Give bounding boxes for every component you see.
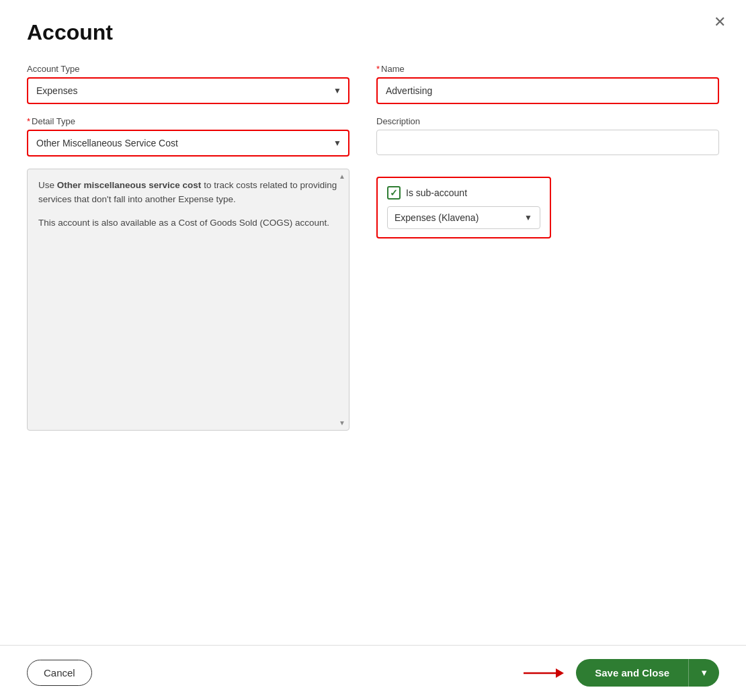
name-label: *Name bbox=[376, 64, 719, 74]
name-field-group: *Name bbox=[376, 64, 719, 104]
save-arrow-icon bbox=[524, 665, 564, 681]
detail-type-label: *Detail Type bbox=[27, 116, 349, 126]
form-layout: Account Type Expenses ▼ *Detail Type Oth… bbox=[27, 64, 719, 431]
detail-type-select-wrapper: Other Miscellaneous Service Cost ▼ bbox=[27, 130, 349, 157]
sub-account-checkbox[interactable]: ✓ bbox=[387, 186, 401, 200]
account-type-field-group: Account Type Expenses ▼ bbox=[27, 64, 349, 104]
checkmark-icon: ✓ bbox=[390, 188, 398, 198]
detail-type-field-group: *Detail Type Other Miscellaneous Service… bbox=[27, 116, 349, 157]
save-close-button[interactable]: Save and Close bbox=[576, 659, 689, 687]
cancel-button[interactable]: Cancel bbox=[27, 660, 92, 686]
modal-container: ✕ Account Account Type Expenses ▼ *Detai… bbox=[0, 0, 746, 700]
account-type-select[interactable]: Expenses bbox=[27, 77, 349, 104]
description-input[interactable] bbox=[376, 130, 719, 155]
detail-type-description-box: Use Other miscellaneous service cost to … bbox=[27, 169, 349, 431]
sub-account-label: Is sub-account bbox=[406, 187, 467, 198]
description-paragraph-1: Use Other miscellaneous service cost to … bbox=[38, 179, 338, 207]
description-label: Description bbox=[376, 116, 719, 126]
description-field-group: Description bbox=[376, 116, 719, 155]
save-close-button-group: Save and Close ▼ bbox=[576, 659, 719, 687]
scroll-down-arrow: ▼ bbox=[339, 418, 345, 429]
footer: Cancel Save and Close ▼ bbox=[0, 645, 746, 700]
sub-account-select[interactable]: Expenses (Klavena) bbox=[387, 206, 540, 229]
account-type-select-wrapper: Expenses ▼ bbox=[27, 77, 349, 104]
detail-type-select[interactable]: Other Miscellaneous Service Cost bbox=[27, 130, 349, 157]
description-bold-text: Other miscellaneous service cost bbox=[57, 180, 202, 190]
page-title: Account bbox=[27, 20, 719, 45]
save-close-dropdown-button[interactable]: ▼ bbox=[689, 659, 719, 687]
sub-account-checkbox-row: ✓ Is sub-account bbox=[387, 186, 540, 200]
scroll-up-arrow: ▲ bbox=[339, 171, 345, 182]
name-required-star: * bbox=[376, 64, 380, 74]
right-column: *Name Description ✓ Is sub-account bbox=[376, 64, 719, 431]
account-type-label: Account Type bbox=[27, 64, 349, 74]
description-paragraph-2: This account is also available as a Cost… bbox=[38, 216, 338, 230]
right-footer: Save and Close ▼ bbox=[524, 659, 719, 687]
sub-account-box: ✓ Is sub-account Expenses (Klavena) ▼ bbox=[376, 177, 551, 238]
name-input[interactable] bbox=[376, 77, 719, 104]
sub-account-select-wrapper: Expenses (Klavena) ▼ bbox=[387, 206, 540, 229]
scrollbar-indicator: ▲ ▼ bbox=[338, 169, 346, 430]
detail-type-required-star: * bbox=[27, 116, 30, 126]
close-button[interactable]: ✕ bbox=[714, 15, 726, 30]
svg-marker-1 bbox=[556, 668, 564, 678]
left-column: Account Type Expenses ▼ *Detail Type Oth… bbox=[27, 64, 349, 431]
sub-account-field-group: ✓ Is sub-account Expenses (Klavena) ▼ bbox=[376, 177, 719, 238]
